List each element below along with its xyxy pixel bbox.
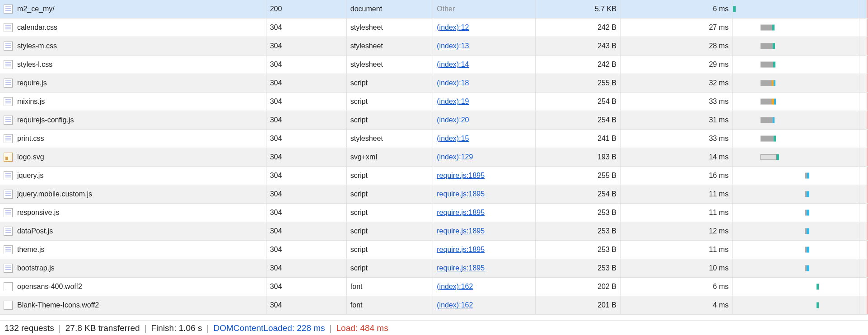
initiator-cell[interactable]: (index):12 [433, 19, 536, 37]
network-row[interactable]: opensans-400.woff2304font(index):162202 … [0, 278, 868, 296]
name-cell[interactable]: styles-m.css [0, 37, 266, 55]
size-cell: 242 B [536, 56, 621, 74]
type-cell: stylesheet [347, 130, 433, 148]
initiator-cell[interactable]: require.js:1895 [433, 185, 536, 203]
initiator-link[interactable]: (index):12 [437, 23, 469, 32]
name-cell[interactable]: require.js [0, 74, 266, 92]
initiator-cell[interactable]: (index):20 [433, 111, 536, 129]
resource-name: responsive.js [17, 209, 59, 217]
initiator-cell: Other [433, 0, 536, 18]
end-cell [859, 259, 868, 277]
status-cell: 304 [266, 19, 347, 37]
initiator-link[interactable]: (index):20 [437, 116, 469, 124]
initiator-cell[interactable]: (index):14 [433, 56, 536, 74]
initiator-link[interactable]: (index):14 [437, 60, 469, 69]
initiator-cell[interactable]: require.js:1895 [433, 222, 536, 240]
status-cell: 304 [266, 259, 347, 277]
initiator-cell[interactable]: (index):19 [433, 93, 536, 111]
waterfall-cell [733, 37, 859, 55]
end-cell [859, 130, 868, 148]
initiator-cell[interactable]: (index):15 [433, 130, 536, 148]
network-row[interactable]: print.css304stylesheet(index):15241 B33 … [0, 130, 868, 148]
initiator-link[interactable]: require.js:1895 [437, 172, 485, 180]
network-statusbar: 132 requests | 27.8 KB transferred | Fin… [0, 321, 868, 335]
name-cell[interactable]: m2_ce_my/ [0, 0, 266, 18]
name-cell[interactable]: mixins.js [0, 93, 266, 111]
network-row[interactable]: jquery.mobile.custom.js304scriptrequire.… [0, 185, 868, 204]
size-cell: 254 B [536, 111, 621, 129]
name-cell[interactable]: jquery.mobile.custom.js [0, 185, 266, 203]
initiator-cell[interactable]: (index):13 [433, 37, 536, 55]
file-icon [4, 116, 13, 125]
initiator-cell[interactable]: (index):162 [433, 278, 536, 296]
network-row[interactable]: responsive.js304scriptrequire.js:1895253… [0, 204, 868, 222]
name-cell[interactable]: theme.js [0, 241, 266, 259]
network-row[interactable]: Blank-Theme-Icons.woff2304font(index):16… [0, 296, 868, 315]
initiator-cell[interactable]: (index):129 [433, 148, 536, 166]
file-icon [4, 42, 13, 51]
file-icon [4, 171, 13, 180]
initiator-link[interactable]: (index):129 [437, 153, 473, 161]
name-cell[interactable]: styles-l.css [0, 56, 266, 74]
network-row[interactable]: calendar.css304stylesheet(index):12242 B… [0, 19, 868, 37]
network-row[interactable]: styles-l.css304stylesheet(index):14242 B… [0, 56, 868, 74]
initiator-link[interactable]: require.js:1895 [437, 227, 485, 235]
initiator-cell[interactable]: (index):162 [433, 296, 536, 314]
waterfall-cell [733, 259, 859, 277]
name-cell[interactable]: bootstrap.js [0, 259, 266, 277]
initiator-link[interactable]: require.js:1895 [437, 246, 485, 254]
time-cell: 12 ms [621, 222, 733, 240]
network-row[interactable]: require.js304script(index):18255 B32 ms [0, 74, 868, 93]
status-cell: 304 [266, 74, 347, 92]
name-cell[interactable]: requirejs-config.js [0, 111, 266, 129]
network-row[interactable]: theme.js304scriptrequire.js:1895253 B11 … [0, 241, 868, 259]
name-cell[interactable]: Blank-Theme-Icons.woff2 [0, 296, 266, 314]
network-row[interactable]: dataPost.js304scriptrequire.js:1895253 B… [0, 222, 868, 241]
network-row[interactable]: requirejs-config.js304script(index):2025… [0, 111, 868, 130]
name-cell[interactable]: responsive.js [0, 204, 266, 222]
network-row[interactable]: m2_ce_my/200documentOther5.7 KB6 ms [0, 0, 868, 19]
initiator-link[interactable]: require.js:1895 [437, 264, 485, 272]
name-cell[interactable]: dataPost.js [0, 222, 266, 240]
initiator-cell[interactable]: require.js:1895 [433, 204, 536, 222]
type-cell: document [347, 0, 433, 18]
network-row[interactable]: bootstrap.js304scriptrequire.js:1895253 … [0, 259, 868, 278]
resource-name: jquery.mobile.custom.js [17, 190, 92, 198]
name-cell[interactable]: logo.svg [0, 148, 266, 166]
initiator-link[interactable]: (index):13 [437, 42, 469, 50]
initiator-link[interactable]: (index):18 [437, 79, 469, 87]
type-cell: stylesheet [347, 37, 433, 55]
name-cell[interactable]: calendar.css [0, 19, 266, 37]
network-row[interactable]: mixins.js304script(index):19254 B33 ms [0, 93, 868, 111]
initiator-text: Other [437, 5, 455, 13]
waterfall-cell [733, 74, 859, 92]
size-cell: 241 B [536, 130, 621, 148]
initiator-cell[interactable]: require.js:1895 [433, 259, 536, 277]
network-row[interactable]: logo.svg304svg+xml(index):129193 B14 ms [0, 148, 868, 167]
initiator-link[interactable]: (index):19 [437, 98, 469, 106]
initiator-link[interactable]: (index):162 [437, 283, 473, 291]
name-cell[interactable]: opensans-400.woff2 [0, 278, 266, 296]
end-cell [859, 56, 868, 74]
name-cell[interactable]: jquery.js [0, 167, 266, 185]
end-cell [859, 185, 868, 203]
initiator-cell[interactable]: (index):18 [433, 74, 536, 92]
waterfall-cell [733, 167, 859, 185]
initiator-link[interactable]: require.js:1895 [437, 190, 485, 198]
initiator-cell[interactable]: require.js:1895 [433, 167, 536, 185]
initiator-link[interactable]: (index):162 [437, 301, 473, 309]
type-cell: script [347, 259, 433, 277]
network-row[interactable]: jquery.js304scriptrequire.js:1895255 B16… [0, 167, 868, 185]
time-cell: 11 ms [621, 204, 733, 222]
network-row[interactable]: styles-m.css304stylesheet(index):13243 B… [0, 37, 868, 56]
end-cell [859, 37, 868, 55]
initiator-link[interactable]: (index):15 [437, 135, 469, 143]
size-cell: 242 B [536, 19, 621, 37]
initiator-link[interactable]: require.js:1895 [437, 209, 485, 217]
name-cell[interactable]: print.css [0, 130, 266, 148]
file-icon [4, 5, 13, 14]
initiator-cell[interactable]: require.js:1895 [433, 241, 536, 259]
resource-name: print.css [17, 135, 44, 143]
waterfall-cell [733, 19, 859, 37]
end-cell [859, 111, 868, 129]
